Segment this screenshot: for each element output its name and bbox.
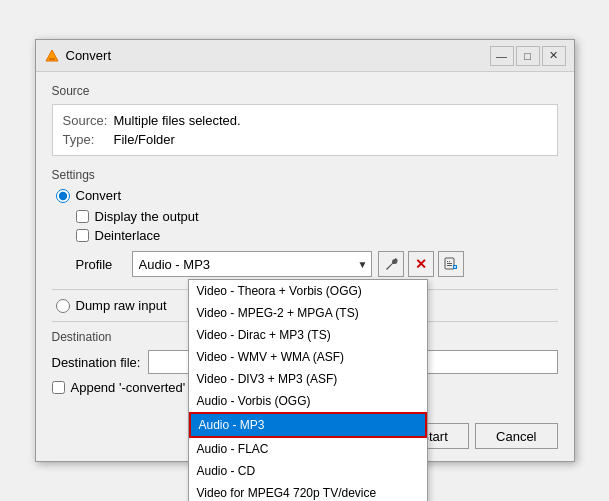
dump-radio[interactable] <box>56 299 70 313</box>
dropdown-item-2[interactable]: Video - MPEG-2 + MPGA (TS) <box>189 302 427 324</box>
settings-section: Settings Convert Display the output Dein… <box>52 168 558 277</box>
convert-radio-row: Convert <box>52 188 558 203</box>
dropdown-item-9[interactable]: Audio - CD <box>189 460 427 482</box>
dest-file-label: Destination file: <box>52 355 142 370</box>
settings-label: Settings <box>52 168 558 182</box>
svg-rect-5 <box>447 263 452 264</box>
profile-new-button[interactable] <box>438 251 464 277</box>
profile-delete-button[interactable]: ✕ <box>408 251 434 277</box>
new-profile-icon <box>444 257 458 271</box>
type-key: Type: <box>63 132 108 147</box>
deinterlace-label: Deinterlace <box>95 228 161 243</box>
profile-row: Profile Audio - MP3 Video - Theora + Vor… <box>52 251 558 277</box>
source-section-label: Source <box>52 84 558 98</box>
append-checkbox[interactable] <box>52 381 65 394</box>
title-bar: Convert — □ ✕ <box>36 40 574 72</box>
wrench-icon <box>384 257 398 271</box>
dropdown-item-10[interactable]: Video for MPEG4 720p TV/device <box>189 482 427 501</box>
dropdown-item-6[interactable]: Audio - Vorbis (OGG) <box>189 390 427 412</box>
svg-rect-4 <box>449 261 450 262</box>
cancel-button[interactable]: Cancel <box>475 423 557 449</box>
convert-radio-label: Convert <box>76 188 122 203</box>
dump-radio-label: Dump raw input <box>76 298 167 313</box>
window-title: Convert <box>66 48 484 63</box>
profile-select[interactable]: Audio - MP3 Video - Theora + Vorbis (OGG… <box>132 251 372 277</box>
profile-label: Profile <box>76 257 126 272</box>
vlc-icon <box>44 48 60 64</box>
convert-radio[interactable] <box>56 189 70 203</box>
profile-select-wrapper: Audio - MP3 Video - Theora + Vorbis (OGG… <box>132 251 372 277</box>
display-output-checkbox[interactable] <box>76 210 89 223</box>
source-key: Source: <box>63 113 108 128</box>
svg-rect-3 <box>447 261 448 262</box>
profile-dropdown: Video - Theora + Vorbis (OGG) Video - MP… <box>188 279 428 501</box>
type-value: File/Folder <box>114 132 175 147</box>
window-controls: — □ ✕ <box>490 46 566 66</box>
display-output-row: Display the output <box>52 209 558 224</box>
dropdown-item-3[interactable]: Video - Dirac + MP3 (TS) <box>189 324 427 346</box>
dropdown-item-7[interactable]: Audio - MP3 <box>189 412 427 438</box>
dropdown-item-8[interactable]: Audio - FLAC <box>189 438 427 460</box>
svg-rect-6 <box>447 265 452 266</box>
dialog-content: Source Source: Multiple files selected. … <box>36 72 574 415</box>
dropdown-item-5[interactable]: Video - DIV3 + MP3 (ASF) <box>189 368 427 390</box>
convert-dialog: Convert — □ ✕ Source Source: Multiple fi… <box>35 39 575 462</box>
profile-action-buttons: ✕ <box>378 251 464 277</box>
maximize-button[interactable]: □ <box>516 46 540 66</box>
dropdown-item-1[interactable]: Video - Theora + Vorbis (OGG) <box>189 280 427 302</box>
svg-rect-9 <box>454 267 456 268</box>
deinterlace-row: Deinterlace <box>52 228 558 243</box>
source-row: Source: Multiple files selected. <box>63 113 547 128</box>
delete-icon: ✕ <box>415 256 427 272</box>
close-button[interactable]: ✕ <box>542 46 566 66</box>
profile-settings-button[interactable] <box>378 251 404 277</box>
display-output-label: Display the output <box>95 209 199 224</box>
dropdown-item-4[interactable]: Video - WMV + WMA (ASF) <box>189 346 427 368</box>
deinterlace-checkbox[interactable] <box>76 229 89 242</box>
svg-rect-1 <box>49 58 55 60</box>
minimize-button[interactable]: — <box>490 46 514 66</box>
source-value: Multiple files selected. <box>114 113 241 128</box>
type-row: Type: File/Folder <box>63 132 547 147</box>
source-section: Source: Multiple files selected. Type: F… <box>52 104 558 156</box>
